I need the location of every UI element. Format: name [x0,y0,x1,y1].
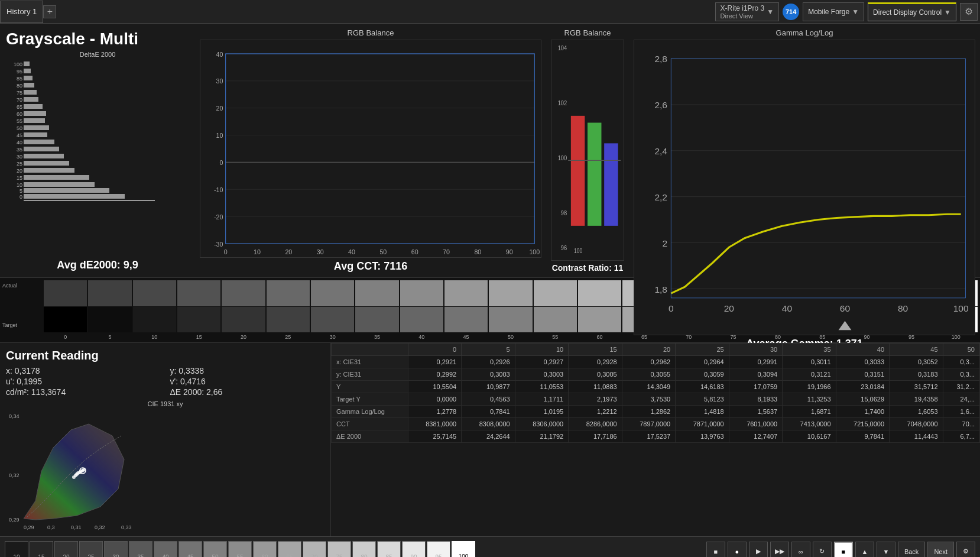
svg-rect-85 [604,143,618,226]
table-cell: 1,1711 [515,393,568,406]
skip-button[interactable]: ▶▶ [770,542,789,558]
table-cell: 7048,0000 [890,418,943,430]
arrow-down-button[interactable]: ▼ [877,542,895,558]
bottom-swatch[interactable]: 60 [253,541,277,558]
bottom-swatch[interactable]: 30 [104,541,128,558]
table-header: 15 [569,344,622,356]
bottom-swatch[interactable]: 90 [402,541,426,558]
gamma-panel: Gamma Log/Log 2,8 2,6 2,4 2,2 2 1,8 0 20 [629,24,980,277]
refresh-button[interactable]: ↻ [813,542,832,558]
table-cell: 11,0553 [515,381,568,393]
swatch-col[interactable]: 20 [222,280,265,340]
record-button[interactable]: ● [728,542,747,558]
table-row-label: CCT [332,418,408,430]
arrow-up-button[interactable]: ▲ [855,542,874,558]
table-cell: 0,3094 [729,368,782,381]
table-cell: 0,7841 [462,406,515,418]
stop-button[interactable]: ■ [706,542,725,558]
swatch-col[interactable]: 25 [267,280,310,340]
table-cell: 13,9763 [676,430,729,443]
svg-text:0,34: 0,34 [9,413,20,419]
swatch-col[interactable]: 50 [489,280,532,340]
table-row: ΔE 200025,714524,264421,179217,718617,52… [332,430,980,443]
bottom-swatch[interactable]: 35 [129,541,152,558]
bottom-controls: 101520253035404550556065707580859095100 … [0,536,980,557]
bottom-swatch[interactable]: 10 [5,541,28,558]
swatch-col[interactable]: 40 [400,280,443,340]
next-button[interactable]: Next [927,542,954,558]
svg-text:0: 0 [669,303,674,313]
de-value: ΔE 2000: 2,66 [170,387,325,397]
loop-button[interactable]: ∞ [791,542,810,558]
swatch-col[interactable]: 5 [88,280,131,340]
gear-button[interactable]: ⚙ [960,3,978,21]
svg-rect-35 [24,168,74,173]
bottom-swatch[interactable]: 65 [278,541,301,558]
svg-rect-39 [24,194,125,199]
swatch-label: 60 [597,334,603,340]
svg-text:80: 80 [898,303,908,313]
bottom-swatch[interactable]: 85 [377,541,401,558]
svg-rect-24 [24,90,37,95]
back-button[interactable]: Back [898,542,925,558]
table-header: 25 [676,344,729,356]
swatch-col[interactable]: 45 [444,280,488,340]
bottom-swatch[interactable]: 25 [79,541,103,558]
forge-selector[interactable]: Mobile Forge ▼ [803,2,864,21]
swatch-col[interactable]: 60 [578,280,621,340]
bottom-swatch[interactable]: 80 [352,541,376,558]
swatch-col[interactable]: 55 [534,280,577,340]
svg-rect-77 [226,54,535,244]
swatch-col[interactable]: 0 [44,280,87,340]
device-selector[interactable]: X-Rite i1Pro 3 Direct View ▼ [715,2,780,21]
bottom-swatch[interactable]: 75 [327,541,351,558]
table-cell: 7413,0000 [783,418,836,430]
swatch-target [44,307,87,333]
svg-text:60: 60 [411,248,418,255]
bottom-swatch[interactable]: 20 [54,541,78,558]
svg-text:0,33: 0,33 [121,524,132,530]
cie-title: CIE 1931 xy [6,400,324,407]
swatch-col[interactable]: 10 [133,280,176,340]
avg-cct-label: Avg CCT: 7116 [200,260,541,273]
svg-text:2,4: 2,4 [654,146,667,156]
history-tab-label: History 1 [7,7,37,16]
table-cell: 1,5637 [729,406,782,418]
bottom-swatch[interactable]: 100 [452,541,475,558]
bottom-swatch[interactable]: 15 [30,541,53,558]
table-cell: 0,2964 [676,356,729,368]
history-tab[interactable]: History 1 [0,1,43,23]
table-header: 40 [836,344,889,356]
settings-button[interactable]: ⚙ [956,542,975,558]
swatch-col[interactable]: 35 [355,280,398,340]
swatch-target [311,307,354,333]
table-cell: 0,2992 [408,368,461,381]
bottom-swatch[interactable]: 95 [427,541,450,558]
svg-rect-28 [24,118,45,123]
svg-text:100: 100 [574,247,582,254]
svg-text:50: 50 [17,125,22,131]
bottom-swatch[interactable]: 40 [154,541,177,558]
play-button[interactable]: ▶ [749,542,768,558]
selected-swatch[interactable]: ■ [834,542,853,558]
add-tab-button[interactable]: + [43,5,56,18]
bottom-swatch[interactable]: 55 [228,541,252,558]
table-header: 0 [408,344,461,356]
display-control[interactable]: Direct Display Control ▼ [868,2,956,21]
svg-rect-27 [24,111,46,116]
table-cell: 0,3005 [569,368,622,381]
svg-text:5: 5 [20,188,22,194]
contrast-ratio-label: Contrast Ratio: 11 [551,263,624,273]
svg-text:104: 104 [558,44,567,51]
swatch-col[interactable]: 30 [311,280,354,340]
bottom-swatch[interactable]: 70 [303,541,326,558]
svg-text:40: 40 [216,50,223,57]
table-header [332,344,408,356]
deltae-svg: 100 95 85 80 75 70 65 60 55 50 45 40 35 … [6,59,189,201]
cie-svg: 0,34 0,32 0,29 0,29 0,3 0,31 0,32 0,33 [6,412,148,530]
swatch-target [88,307,131,333]
swatch-col[interactable]: 15 [177,280,220,340]
table-header: 45 [890,344,943,356]
bottom-swatch[interactable]: 50 [203,541,227,558]
bottom-swatch[interactable]: 45 [179,541,202,558]
